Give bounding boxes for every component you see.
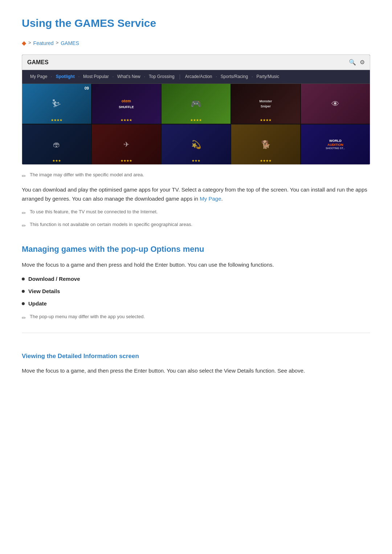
section3-body: Move the focus to a game, and then press…: [22, 366, 370, 376]
list-item-update-text: Update: [28, 299, 47, 308]
options-list: Download / Remove View Details Update: [22, 275, 370, 308]
games-ui-header: GAMES 🔍 ⚙: [22, 55, 370, 70]
game-cell-4: Monster Sniper ★★★★: [231, 84, 300, 124]
game-cell-9: 🐕 ★★★★: [231, 124, 300, 164]
bullet-dot-3: [22, 302, 25, 305]
game-cell-8: 💫 ★★★: [162, 124, 230, 164]
pencil-icon-3: ✏: [22, 222, 26, 230]
note-internet: ✏ To use this feature, the TV must be co…: [22, 208, 370, 217]
note-image-disclaimer-text: The image may differ with the specific m…: [30, 171, 144, 179]
list-item-viewdetails-text: View Details: [28, 287, 60, 296]
note-availability-text: This function is not available on certai…: [30, 221, 192, 229]
breadcrumb-games[interactable]: GAMES: [61, 39, 79, 47]
section2-title: Managing games with the pop-up Options m…: [22, 243, 370, 255]
games-nav: My Page · Spotlight · Most Popular · Wha…: [22, 70, 370, 84]
nav-mostpopular: Most Popular: [80, 72, 112, 81]
home-icon: ◆: [22, 38, 26, 48]
nav-arcade: Arcade/Action: [182, 72, 215, 81]
breadcrumb-sep-2: >: [56, 39, 59, 47]
game-cell-2: otem SHUFFLE ★★★★: [92, 84, 161, 124]
games-grid: ⛷ ★★★★ 09 otem SHUFFLE ★★★★ 🎮 ★★★★: [22, 84, 370, 164]
section2-body: Move the focus to a game and then press …: [22, 260, 370, 270]
game-cell-3: 🎮 ★★★★: [162, 84, 230, 124]
games-ui-screenshot: GAMES 🔍 ⚙ My Page · Spotlight · Most Pop…: [22, 54, 370, 165]
game-cell-10: WORLD AUDITION SHOOTING ST...: [301, 124, 370, 164]
body-text-1: You can download and play the optimised …: [22, 185, 370, 204]
breadcrumb-featured[interactable]: Featured: [33, 39, 54, 47]
list-item-download-text: Download / Remove: [28, 275, 80, 283]
game-cell-6: 🏟 ★★★: [22, 124, 91, 164]
nav-sports: Sports/Racing: [218, 72, 251, 81]
note-availability: ✏ This function is not available on cert…: [22, 221, 370, 230]
nav-mypage: My Page: [27, 72, 50, 81]
breadcrumb-sep-1: >: [28, 39, 31, 47]
game-cell-1: ⛷ ★★★★ 09: [22, 84, 91, 124]
nav-spotlight: Spotlight: [53, 72, 78, 81]
pencil-icon-4: ✏: [22, 314, 26, 322]
note-internet-text: To use this feature, the TV must be conn…: [30, 208, 158, 216]
page-title: Using the GAMES Service: [22, 15, 370, 32]
nav-topgrossing: Top Grossing: [146, 72, 177, 81]
section3-wrapper: Viewing the Detailed Information screen …: [22, 333, 370, 375]
nav-whatsnew: What's New: [114, 72, 143, 81]
nav-party: Party/Music: [254, 72, 282, 81]
list-item-update: Update: [22, 299, 370, 308]
pencil-icon-2: ✏: [22, 209, 26, 217]
breadcrumb: ◆ > Featured > GAMES: [22, 38, 370, 48]
bullet-dot-2: [22, 290, 25, 293]
pencil-icon-1: ✏: [22, 172, 26, 180]
list-item-download: Download / Remove: [22, 275, 370, 283]
games-header-icons: 🔍 ⚙: [349, 58, 365, 67]
note-popup: ✏ The pop-up menu may differ with the ap…: [22, 313, 370, 322]
list-item-viewdetails: View Details: [22, 287, 370, 296]
game-cell-7: ✈ ★★★★: [92, 124, 161, 164]
section3-title: Viewing the Detailed Information screen: [22, 351, 370, 361]
note-popup-text: The pop-up menu may differ with the app …: [30, 313, 145, 321]
game-cell-5: 👁: [301, 84, 370, 124]
note-image-disclaimer: ✏ The image may differ with the specific…: [22, 171, 370, 180]
my-page-link[interactable]: My Page: [200, 196, 221, 202]
games-ui-title: GAMES: [27, 58, 49, 67]
bullet-dot-1: [22, 278, 25, 280]
search-icon: 🔍: [349, 58, 356, 67]
settings-icon: ⚙: [360, 58, 365, 67]
